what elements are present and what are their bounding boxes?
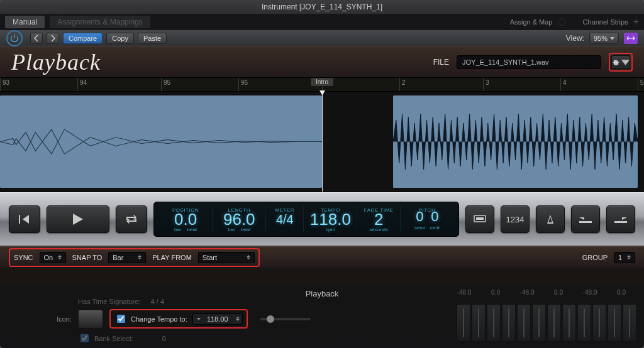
count-in-button[interactable]: 1234 — [501, 205, 530, 233]
timeline-ruler[interactable]: 93 94 95 96 1 2 3 4 5 Intro — [0, 78, 644, 92]
bg-tab-manual[interactable]: Manual — [5, 16, 45, 28]
tempo-slider[interactable] — [260, 318, 311, 320]
copy-button[interactable]: Copy — [106, 33, 134, 44]
settings-menu-button[interactable] — [611, 55, 630, 69]
prev-preset-button[interactable] — [30, 33, 43, 44]
next-preset-button[interactable] — [47, 33, 59, 44]
loop-button[interactable] — [116, 205, 147, 233]
waveform-right-icon — [393, 95, 638, 188]
sync-panel: SYNC On SNAP TO Bar PLAY FROM Start GROU… — [0, 246, 644, 268]
chevron-down-icon — [621, 58, 630, 67]
sync-select[interactable]: On — [40, 252, 66, 263]
svg-rect-3 — [476, 217, 484, 220]
power-icon — [9, 33, 19, 43]
bank-select-row[interactable]: Bank Select: 0 — [78, 332, 166, 344]
playfrom-label: PLAY FROM — [152, 254, 192, 261]
chevron-right-icon — [50, 35, 55, 41]
window-titlebar: Instrument [JOY_E_114_SYNTH_1] — [0, 0, 644, 14]
plugin-toolbar: Compare Copy Paste View: 95% — [0, 30, 644, 46]
bg-add-icon[interactable]: + — [633, 16, 639, 28]
lcd-pitch[interactable]: PITCH 0semi 0cent — [401, 206, 453, 232]
lcd-meter[interactable]: METER 4/4 — [266, 206, 304, 232]
resize-button[interactable] — [624, 33, 638, 44]
fader[interactable] — [472, 304, 486, 342]
fader[interactable] — [608, 304, 621, 342]
fader[interactable] — [562, 304, 576, 342]
go-to-start-button[interactable] — [9, 205, 40, 233]
inspector-panel: Playback -48.0 0.0 -48.0 0.0 -48.0 0.0 — [0, 285, 644, 348]
resize-icon — [626, 35, 635, 42]
fader[interactable] — [457, 304, 470, 342]
file-label: FILE — [433, 58, 449, 67]
bg-tab-assignments[interactable]: Assignments & Mappings — [50, 16, 150, 28]
fader[interactable] — [517, 304, 531, 342]
plugin-brand: Playback — [11, 49, 101, 75]
lcd-tempo[interactable]: TEMPO 118.0 bpm — [304, 206, 357, 232]
change-tempo-field[interactable]: 118.00 — [192, 313, 243, 325]
sync-label: SYNC — [14, 254, 33, 261]
fader[interactable] — [577, 304, 591, 342]
plugin-header: Playback FILE JOY_E_114_SYNTH_1.wav — [0, 46, 644, 78]
play-icon — [73, 214, 83, 225]
background-toolbar: Manual Assignments & Mappings Assign & M… — [0, 14, 644, 30]
group-label: GROUP — [582, 254, 608, 261]
view-label: View: — [566, 34, 584, 43]
bg-tab-channel-strips[interactable]: Channel Strips — [583, 18, 628, 26]
fader[interactable] — [547, 304, 561, 342]
chevron-down-icon — [610, 37, 614, 40]
group-select[interactable]: 1 — [614, 252, 635, 263]
view-zoom-select[interactable]: 95% — [589, 33, 619, 44]
monitor-icon — [474, 215, 486, 224]
lcd-position[interactable]: POSITION 0.0 bar beat — [159, 206, 213, 232]
fader[interactable] — [487, 304, 501, 342]
window-title: Instrument [JOY_E_114_SYNTH_1] — [262, 3, 382, 11]
change-tempo-checkbox[interactable]: Change Tempo to: — [114, 313, 187, 325]
file-name-field[interactable]: JOY_E_114_SYNTH_1.wav — [457, 55, 601, 69]
fader[interactable] — [502, 304, 516, 342]
compare-button[interactable]: Compare — [63, 33, 103, 44]
snap-label: SNAP TO — [72, 254, 103, 261]
skip-back-icon — [19, 215, 30, 224]
transport-panel: POSITION 0.0 bar beat LENGTH 96.0 bar be… — [0, 192, 644, 246]
metronome-button[interactable] — [536, 205, 565, 233]
lcd-display: POSITION 0.0 bar beat LENGTH 96.0 bar be… — [153, 202, 459, 237]
fade-out-icon — [614, 215, 627, 223]
snap-select[interactable]: Bar — [108, 252, 146, 263]
loop-icon — [125, 215, 138, 224]
fader[interactable] — [623, 304, 636, 342]
playfrom-select[interactable]: Start — [198, 252, 255, 263]
mixer-faders — [457, 304, 636, 342]
play-button[interactable] — [47, 205, 109, 233]
power-button[interactable] — [6, 30, 23, 46]
display-mode-button[interactable] — [465, 205, 494, 233]
gear-icon — [612, 58, 620, 67]
paste-button[interactable]: Paste — [138, 33, 167, 44]
fader[interactable] — [532, 304, 546, 342]
fade-in-icon — [579, 215, 592, 223]
mixer-values: -48.0 0.0 -48.0 0.0 -48.0 0.0 — [449, 289, 636, 296]
bg-gear-icon — [558, 18, 565, 26]
chevron-left-icon — [34, 35, 39, 41]
fade-out-button[interactable] — [606, 205, 635, 233]
waveform-display[interactable] — [0, 92, 644, 192]
fader[interactable] — [592, 304, 606, 342]
icon-label: Icon: — [15, 315, 72, 323]
fade-in-button[interactable] — [571, 205, 600, 233]
waveform-left-icon — [0, 95, 322, 188]
lcd-fade[interactable]: FADE TIME 2 seconds — [357, 206, 400, 232]
ruler-marker-flag[interactable]: Intro — [311, 78, 333, 86]
lcd-length[interactable]: LENGTH 96.0 bar beat — [213, 206, 266, 232]
playhead[interactable] — [322, 92, 323, 192]
icon-thumbnail[interactable] — [78, 310, 103, 329]
bg-tab-assignmap[interactable]: Assign & Map — [510, 18, 553, 26]
has-time-signature-row[interactable]: Has Time Signature: 4 / 4 — [78, 298, 164, 305]
chevron-down-icon — [197, 318, 201, 320]
metronome-icon — [545, 214, 555, 224]
svg-rect-0 — [0, 95, 322, 188]
